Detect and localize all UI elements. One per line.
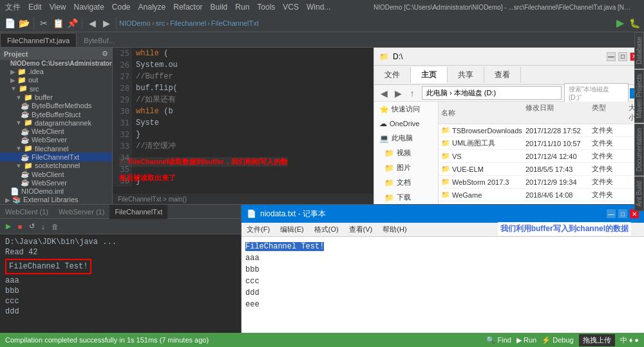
fe-nav-pics[interactable]: 📁 图片 xyxy=(374,160,438,175)
breadcrumb-src[interactable]: src xyxy=(156,19,166,27)
tree-niodemo-iml[interactable]: 📄 NIODemo.iml xyxy=(0,187,112,195)
breadcrumb-niodemo[interactable]: NIODemo xyxy=(119,19,151,27)
tree-src[interactable]: ▼ 📁 src xyxy=(0,84,112,93)
notepad-min-btn[interactable]: — xyxy=(607,209,616,218)
run-tab-webclient[interactable]: WebClient (1) xyxy=(0,205,53,219)
run-stop-btn[interactable]: ■ xyxy=(14,221,26,232)
tree-bytebufferstuct[interactable]: ☕ ByteBufferStuct xyxy=(0,110,112,118)
fe-tab-share[interactable]: 共享 xyxy=(448,67,484,83)
run-btn[interactable]: ▶ xyxy=(613,16,627,30)
fe-tab-file[interactable]: 文件 xyxy=(374,67,411,83)
debug-label[interactable]: ⚡ Debug xyxy=(542,336,573,344)
tree-webclient2[interactable]: ☕ WebClient xyxy=(0,170,112,178)
file-row[interactable]: 📁 UML画图工具 2017/11/10 10:57 文件夹 xyxy=(439,137,644,150)
project-settings-icon[interactable]: ⚙ xyxy=(102,50,108,58)
menu-analyze[interactable]: Analyze xyxy=(138,3,166,12)
toolbar-forward[interactable]: ▶ xyxy=(99,16,113,30)
tree-filechanneltxt[interactable]: ☕ FileChannelTxt xyxy=(0,153,112,161)
menu-vcs[interactable]: VCS xyxy=(283,3,299,12)
tree-bytebuffermethods[interactable]: ☕ ByteBufferMethods xyxy=(0,102,112,110)
menu-wind[interactable]: Wind... xyxy=(307,3,330,12)
tree-filechannel[interactable]: ▼ 📁 filechannel xyxy=(0,144,112,153)
notepad-max-btn[interactable]: □ xyxy=(618,209,627,218)
notepad-content[interactable]: FileChannel Test! aaa bbb ccc ddd eee xyxy=(242,237,644,333)
run-play-btn[interactable]: ▶ xyxy=(3,221,14,232)
tab-filechanneltxt[interactable]: FileChannelTxt.java xyxy=(0,33,77,47)
toolbar-back[interactable]: ◀ xyxy=(85,16,99,30)
toolbar-paste[interactable]: 📌 xyxy=(65,16,79,30)
menu-view[interactable]: View xyxy=(50,3,66,12)
run-scroll-btn[interactable]: ↓ xyxy=(37,221,49,232)
v-panel-ant[interactable]: Ant Build xyxy=(634,176,644,211)
code-lines[interactable]: while ( System.ou //Buffer buf.flip( //如… xyxy=(132,48,374,194)
menu-refactor[interactable]: Refactor xyxy=(173,3,202,12)
tree-webserver1[interactable]: ☕ WebServer xyxy=(0,136,112,144)
breadcrumb-file[interactable]: FileChannelTxt xyxy=(211,19,259,27)
fe-forward-btn[interactable]: ▶ xyxy=(391,86,405,100)
col-name[interactable]: 名称 xyxy=(439,102,523,124)
menu-tools[interactable]: Tools xyxy=(257,3,275,12)
file-row[interactable]: 📁 WebStorm 2017.3 2017/12/9 19:34 文件夹 xyxy=(439,176,644,189)
fe-maximize-btn[interactable]: □ xyxy=(618,52,627,61)
menu-code[interactable]: Code xyxy=(112,3,131,12)
menu-build[interactable]: Build xyxy=(211,3,228,12)
fe-up-btn[interactable]: ↑ xyxy=(405,86,419,100)
debug-btn[interactable]: 🐛 xyxy=(627,16,641,30)
run-clear-btn[interactable]: 🗑 xyxy=(49,221,61,232)
fe-nav-thispc[interactable]: 💻 此电脑 xyxy=(374,131,438,145)
fe-nav-downloads[interactable]: 📁 下载 xyxy=(374,190,438,204)
fe-nav-quickaccess[interactable]: ⭐ 快速访问 xyxy=(374,102,438,117)
run-label[interactable]: ▶ Run xyxy=(516,336,536,344)
tree-buffer[interactable]: ▼ 📁 buffer xyxy=(0,93,112,101)
run-tab-filechannel[interactable]: FileChannelTxt xyxy=(109,205,167,219)
notepad-menu-file[interactable]: 文件(F) xyxy=(242,223,275,236)
tree-idea[interactable]: ▶ 📁 .idea xyxy=(0,68,112,76)
menu-edit[interactable]: Edit xyxy=(28,3,42,12)
tree-datagram[interactable]: ▼ 📁 datagramchannek xyxy=(0,118,112,127)
tab-bytebuf[interactable]: ByteBuf... xyxy=(77,33,122,47)
toolbar-open[interactable]: 📂 xyxy=(17,16,31,30)
status-text: Compilation completed successfully in 1s… xyxy=(5,336,209,344)
fe-nav-onedrive[interactable]: ☁ OneDrive xyxy=(374,117,438,131)
file-row[interactable]: 📁 VS 2017/12/4 12:40 文件夹 xyxy=(439,150,644,163)
tree-webserver2[interactable]: ☕ WebServer xyxy=(0,178,112,187)
notepad-menu-format[interactable]: 格式(O) xyxy=(309,223,344,236)
fe-address-field[interactable]: 此电脑 › 本地磁盘 (D:) xyxy=(422,86,562,100)
toolbar-copy[interactable]: 📋 xyxy=(51,16,65,30)
run-restart-btn[interactable]: ↺ xyxy=(26,221,37,232)
tree-ext-libs[interactable]: ▶ 📚 External Libraries xyxy=(0,196,112,204)
file-row[interactable]: 📁 WeGame 2018/4/6 14:08 文件夹 xyxy=(439,189,644,202)
toolbar-new[interactable]: 📄 xyxy=(3,16,17,30)
file-row[interactable]: 📁 VUE-ELM 2018/5/5 17:43 文件夹 xyxy=(439,163,644,176)
fe-tab-home[interactable]: 主页 xyxy=(411,67,448,83)
notepad-menu-edit[interactable]: 编辑(E) xyxy=(275,223,309,236)
tree-socket[interactable]: ▼ 📁 socketchannel xyxy=(0,162,112,170)
fe-search-box[interactable]: 搜索"本地磁盘 (D:)" xyxy=(564,83,629,103)
menu-run[interactable]: Run xyxy=(235,3,249,12)
code-editor[interactable]: 25262728 29303132 33343536 while ( Syste… xyxy=(113,48,374,194)
fe-tab-view[interactable]: 查看 xyxy=(484,67,521,83)
v-panel-database[interactable]: Database xyxy=(634,32,644,69)
menu-navigate[interactable]: Navigate xyxy=(73,3,104,12)
find-label[interactable]: 🔍 Find xyxy=(486,336,511,344)
col-date[interactable]: 修改日期 xyxy=(523,102,589,124)
breadcrumb-filechannel[interactable]: Filechannel xyxy=(170,19,206,27)
notepad-menu-view[interactable]: 查看(V) xyxy=(344,223,378,236)
fe-nav-docs[interactable]: 📁 文档 xyxy=(374,175,438,190)
notepad-menu-help[interactable]: 帮助(H) xyxy=(377,223,412,236)
col-type[interactable]: 类型 xyxy=(589,102,625,124)
fe-nav-video[interactable]: 📁 视频 xyxy=(374,145,438,160)
file-row[interactable]: 📁 TSBrowserDownloads 2017/12/28 17:52 文件… xyxy=(439,124,644,137)
upload-label[interactable]: 拖拽上传 xyxy=(579,334,615,346)
tree-webclient1[interactable]: ☕ WebClient xyxy=(0,127,112,136)
tree-out[interactable]: ▶ 📁 out xyxy=(0,76,112,84)
menu-file[interactable]: 文件 xyxy=(5,2,21,13)
file-fct-icon: ☕ xyxy=(21,153,30,162)
toolbar-cut[interactable]: ✂ xyxy=(37,16,51,30)
v-panel-maven[interactable]: Maven Projects xyxy=(634,70,644,123)
fe-minimize-btn[interactable]: — xyxy=(607,52,616,61)
v-panel-docs[interactable]: Documentation xyxy=(634,124,644,176)
fe-back-btn[interactable]: ◀ xyxy=(377,86,391,100)
app-title: NIODemo [C:\Users\Administrator\NIODemo]… xyxy=(374,4,631,11)
run-tab-webserver[interactable]: WebServer (1) xyxy=(53,205,109,219)
